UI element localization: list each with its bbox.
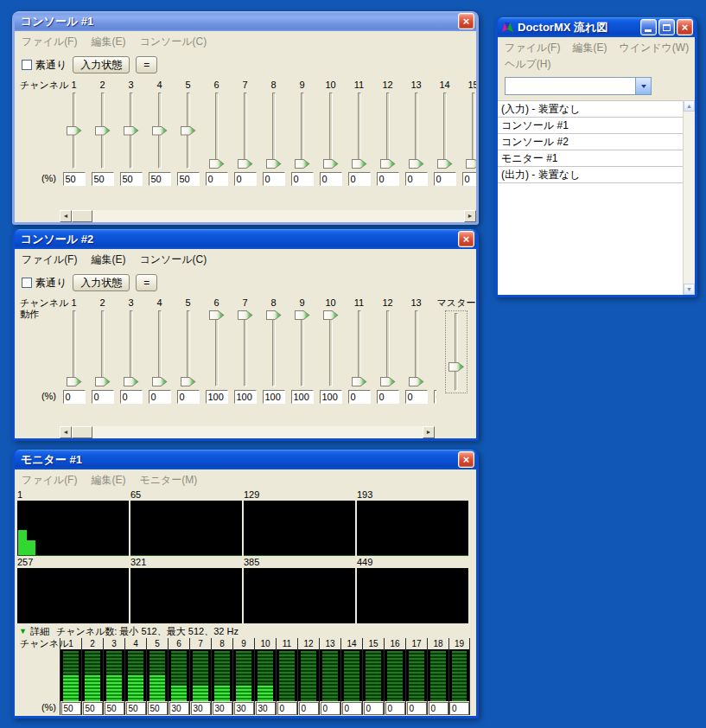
menu-window[interactable]: ウインドウ(W) — [619, 41, 689, 55]
combobox-dropdown-button[interactable] — [635, 78, 651, 94]
maximize-button[interactable] — [658, 19, 675, 35]
channel-value[interactable]: 0 — [348, 172, 371, 186]
fader-thumb[interactable] — [152, 377, 168, 386]
menu-edit[interactable]: 編集(E) — [572, 41, 607, 55]
fader-thumb[interactable] — [409, 377, 424, 386]
scrollbar-track[interactable] — [72, 210, 464, 222]
channel-fader[interactable] — [373, 309, 402, 388]
close-button[interactable]: × — [677, 19, 693, 35]
fader-thumb[interactable] — [181, 377, 196, 386]
channel-value[interactable]: 0 — [291, 172, 314, 186]
close-button[interactable]: × — [458, 13, 474, 29]
fader-thumb[interactable] — [437, 159, 453, 169]
channel-fader[interactable] — [117, 309, 145, 388]
close-button[interactable]: × — [458, 451, 474, 468]
console2-titlebar[interactable]: コンソール #2 × — [15, 229, 476, 249]
fader-thumb[interactable] — [67, 377, 82, 386]
channel-value[interactable]: 50 — [177, 172, 200, 186]
channel-value[interactable]: 100 — [234, 390, 257, 404]
fader-thumb[interactable] — [266, 159, 282, 169]
equals-button[interactable]: = — [136, 56, 157, 73]
detail-expand-icon[interactable]: ▼ — [19, 627, 27, 635]
channel-value[interactable]: 0 — [206, 172, 228, 186]
channel-value[interactable]: 100 — [320, 390, 342, 404]
minimize-button[interactable] — [640, 19, 657, 35]
menu-file[interactable]: ファイル(F) — [22, 252, 77, 267]
fader-thumb[interactable] — [181, 126, 196, 136]
channel-fader[interactable] — [459, 91, 476, 170]
console1-titlebar[interactable]: コンソール #1 × — [15, 11, 476, 31]
equals-button[interactable]: = — [136, 274, 157, 291]
fader-thumb[interactable] — [67, 126, 82, 136]
channel-value[interactable]: 0 — [405, 172, 428, 186]
channel-value[interactable]: 50 — [63, 172, 86, 186]
channel-value[interactable]: 100 — [263, 390, 285, 404]
channel-value[interactable]: 50 — [92, 172, 114, 186]
channel-fader[interactable] — [174, 309, 202, 388]
fader-thumb[interactable] — [266, 310, 282, 320]
channel-value[interactable]: 0 — [120, 390, 143, 404]
list-item[interactable]: コンソール #2 — [498, 134, 683, 150]
channel-fader[interactable] — [174, 91, 202, 170]
input-state-button[interactable]: 入力状態 — [73, 56, 130, 73]
channel-fader[interactable] — [117, 91, 145, 170]
fader-thumb[interactable] — [380, 377, 396, 386]
scroll-up-button[interactable]: ▲ — [684, 100, 695, 112]
passthrough-checkbox[interactable] — [22, 60, 32, 70]
fader-thumb[interactable] — [152, 126, 168, 136]
list-item[interactable]: コンソール #1 — [498, 118, 683, 134]
fader-thumb[interactable] — [124, 126, 139, 136]
menu-edit[interactable]: 編集(E) — [91, 473, 125, 488]
channel-value[interactable]: 0 — [149, 390, 171, 404]
channel-fader[interactable] — [345, 309, 373, 388]
fader-thumb[interactable] — [380, 159, 396, 169]
menu-help[interactable]: ヘルプ(H) — [505, 57, 551, 72]
channel-fader[interactable] — [430, 91, 459, 170]
passthrough-checkbox[interactable] — [22, 278, 32, 288]
channel-fader[interactable] — [259, 309, 288, 388]
channel-fader[interactable] — [202, 91, 231, 170]
fader-thumb[interactable] — [95, 126, 111, 136]
channel-value[interactable]: 0 — [177, 390, 200, 404]
fader-thumb[interactable] — [352, 377, 367, 386]
channel-value[interactable]: 0 — [234, 172, 257, 186]
channel-fader[interactable] — [288, 91, 316, 170]
fader-thumb[interactable] — [238, 310, 253, 320]
scroll-right-button[interactable]: ► — [423, 426, 435, 438]
menu-file[interactable]: ファイル(F) — [22, 35, 77, 49]
fader-thumb[interactable] — [124, 377, 139, 386]
channel-fader[interactable] — [345, 91, 373, 170]
channel-fader[interactable] — [430, 309, 436, 388]
channel-fader[interactable] — [60, 309, 88, 388]
fader-thumb[interactable] — [209, 310, 225, 320]
fader-thumb[interactable] — [323, 310, 339, 320]
channel-fader[interactable] — [316, 309, 345, 388]
channel-value[interactable]: 100 — [291, 390, 314, 404]
channel-value[interactable]: 0 — [320, 172, 342, 186]
fader-thumb[interactable] — [409, 159, 424, 169]
channel-fader[interactable] — [60, 91, 88, 170]
channel-value[interactable]: 100 — [206, 390, 228, 404]
fader-thumb[interactable] — [323, 159, 339, 169]
channel-value[interactable]: 0 — [377, 390, 399, 404]
menu-console[interactable]: コンソール(C) — [139, 35, 207, 49]
flow-titlebar[interactable]: DoctorMX 流れ図 × — [498, 17, 695, 37]
channel-fader[interactable] — [145, 309, 174, 388]
channel-fader[interactable] — [316, 91, 345, 170]
channel-fader[interactable] — [88, 91, 117, 170]
channel-value[interactable]: 0 — [92, 390, 114, 404]
list-item[interactable]: モニター #1 — [498, 150, 683, 167]
channel-fader[interactable] — [231, 309, 259, 388]
fader-thumb[interactable] — [95, 377, 111, 386]
fader-thumb[interactable] — [209, 159, 225, 169]
channel-fader[interactable] — [373, 91, 402, 170]
menu-monitor[interactable]: モニター(M) — [139, 473, 197, 488]
channel-value[interactable]: 50 — [120, 172, 143, 186]
menu-file[interactable]: ファイル(F) — [505, 41, 560, 55]
scroll-right-button[interactable]: ► — [464, 210, 476, 222]
device-combobox[interactable] — [505, 77, 652, 95]
channel-fader[interactable] — [88, 309, 117, 388]
input-state-button[interactable]: 入力状態 — [73, 274, 130, 291]
channel-value[interactable]: 0 — [377, 172, 399, 186]
close-button[interactable]: × — [458, 231, 474, 247]
